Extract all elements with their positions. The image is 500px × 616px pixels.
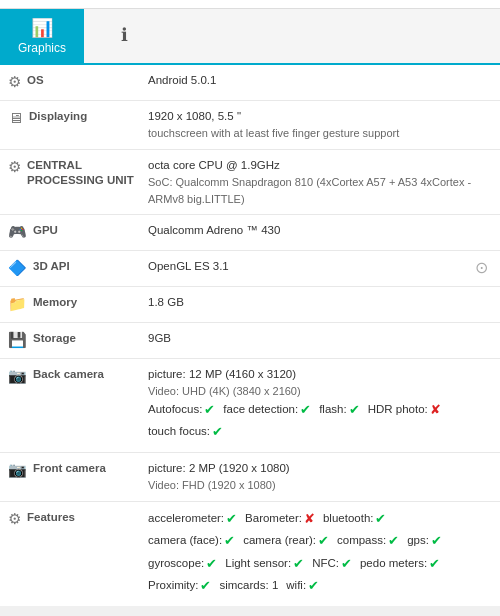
check-icon: ✔ bbox=[224, 531, 235, 551]
row-label-backcamera: 📷Back camera bbox=[8, 366, 148, 385]
row-label-cpu: ⚙CENTRAL PROCESSING UNIT bbox=[8, 157, 148, 188]
check-icon: ✔ bbox=[300, 400, 311, 420]
row-cpu: ⚙CENTRAL PROCESSING UNITocta core CPU @ … bbox=[0, 150, 500, 215]
feature-item: gyroscope: ✔ bbox=[148, 554, 217, 574]
row-label-text-frontcamera: Front camera bbox=[33, 461, 106, 476]
row-backcamera: 📷Back camerapicture: 12 MP (4160 x 3120)… bbox=[0, 359, 500, 453]
row-label-text-storage: Storage bbox=[33, 331, 76, 346]
row-icon-cpu: ⚙ bbox=[8, 158, 21, 176]
feature-item: pedo meters: ✔ bbox=[360, 554, 440, 574]
row-main-value: Android 5.0.1 bbox=[148, 74, 216, 86]
check-icon: ✔ bbox=[349, 400, 360, 420]
row-extra: Video: UHD (4K) (3840 x 2160) bbox=[148, 383, 492, 400]
row-icon-memory: 📁 bbox=[8, 295, 27, 313]
check-icon: ✔ bbox=[293, 554, 304, 574]
feature-item: touch focus: ✔ bbox=[148, 422, 223, 442]
content: ⚙OSAndroid 5.0.1🖥Displaying1920 x 1080, … bbox=[0, 65, 500, 606]
row-label-3dapi: 🔷3D API bbox=[8, 258, 148, 277]
row-frontcamera: 📷Front camerapicture: 2 MP (1920 x 1080)… bbox=[0, 453, 500, 502]
feature-item: camera (face): ✔ bbox=[148, 531, 235, 551]
row-icon-3dapi: 🔷 bbox=[8, 259, 27, 277]
expand-arrow-icon[interactable]: ⊙ bbox=[470, 258, 492, 277]
tab-graphics-label: Graphics bbox=[18, 41, 66, 55]
row-label-storage: 💾Storage bbox=[8, 330, 148, 349]
row-icon-gpu: 🎮 bbox=[8, 223, 27, 241]
row-main-value: octa core CPU @ 1.9GHz bbox=[148, 159, 280, 171]
row-label-text-backcamera: Back camera bbox=[33, 367, 104, 382]
feature-item: gps: ✔ bbox=[407, 531, 442, 551]
row-icon-backcamera: 📷 bbox=[8, 367, 27, 385]
row-value-frontcamera: picture: 2 MP (1920 x 1080)Video: FHD (1… bbox=[148, 460, 492, 494]
row-main-value: OpenGL ES 3.1 bbox=[148, 260, 229, 272]
row-icon-os: ⚙ bbox=[8, 73, 21, 91]
check-icon: ✔ bbox=[388, 531, 399, 551]
row-memory: 📁Memory1.8 GB bbox=[0, 287, 500, 323]
row-value-3dapi: OpenGL ES 3.1 bbox=[148, 258, 470, 275]
feature-item: accelerometer: ✔ bbox=[148, 509, 237, 529]
feature-item: flash: ✔ bbox=[319, 400, 360, 420]
check-icon: ✔ bbox=[431, 531, 442, 551]
feature-item: NFC: ✔ bbox=[312, 554, 352, 574]
row-icon-frontcamera: 📷 bbox=[8, 461, 27, 479]
check-icon: ✔ bbox=[206, 554, 217, 574]
row-label-text-3dapi: 3D API bbox=[33, 259, 70, 274]
row-label-displaying: 🖥Displaying bbox=[8, 108, 148, 126]
tab-graphics[interactable]: 📊 Graphics bbox=[0, 9, 84, 63]
cross-icon: ✘ bbox=[304, 509, 315, 529]
feature-line: Proximity: ✔simcards: 1 wifi: ✔ bbox=[148, 576, 492, 596]
row-value-gpu: Qualcomm Adreno ™ 430 bbox=[148, 222, 492, 239]
feature-item: simcards: 1 bbox=[219, 576, 278, 596]
row-main-value: Qualcomm Adreno ™ 430 bbox=[148, 224, 280, 236]
row-label-text-os: OS bbox=[27, 73, 44, 88]
row-os: ⚙OSAndroid 5.0.1 bbox=[0, 65, 500, 101]
row-extra: Video: FHD (1920 x 1080) bbox=[148, 477, 492, 494]
feature-item: wifi: ✔ bbox=[286, 576, 319, 596]
row-value-backcamera: picture: 12 MP (4160 x 3120)Video: UHD (… bbox=[148, 366, 492, 445]
check-icon: ✔ bbox=[212, 422, 223, 442]
row-gpu: 🎮GPUQualcomm Adreno ™ 430 bbox=[0, 215, 500, 251]
feature-line: accelerometer: ✔Barometer: ✘bluetooth: ✔ bbox=[148, 509, 492, 529]
row-main-value: picture: 12 MP (4160 x 3120) bbox=[148, 368, 296, 380]
row-label-text-cpu: CENTRAL PROCESSING UNIT bbox=[27, 158, 148, 188]
row-value-cpu: octa core CPU @ 1.9GHzSoC: Qualcomm Snap… bbox=[148, 157, 492, 207]
feature-item: bluetooth: ✔ bbox=[323, 509, 387, 529]
check-icon: ✔ bbox=[318, 531, 329, 551]
check-icon: ✔ bbox=[204, 400, 215, 420]
row-value-storage: 9GB bbox=[148, 330, 492, 347]
check-icon: ✔ bbox=[375, 509, 386, 529]
row-extra: SoC: Qualcomm Snapdragon 810 (4xCortex A… bbox=[148, 174, 492, 207]
row-storage: 💾Storage9GB bbox=[0, 323, 500, 359]
feature-item: Autofocus: ✔ bbox=[148, 400, 215, 420]
row-main-value: 9GB bbox=[148, 332, 171, 344]
row-label-text-displaying: Displaying bbox=[29, 109, 87, 124]
row-value-displaying: 1920 x 1080, 5.5 "touchscreen with at le… bbox=[148, 108, 492, 142]
check-icon: ✔ bbox=[226, 509, 237, 529]
tab-info[interactable]: ℹ bbox=[84, 9, 164, 63]
row-features: ⚙Featuresaccelerometer: ✔Barometer: ✘blu… bbox=[0, 502, 500, 606]
check-icon: ✔ bbox=[429, 554, 440, 574]
feature-item: Barometer: ✘ bbox=[245, 509, 315, 529]
feature-item: face detection: ✔ bbox=[223, 400, 311, 420]
row-icon-storage: 💾 bbox=[8, 331, 27, 349]
row-value-os: Android 5.0.1 bbox=[148, 72, 492, 89]
feature-item: camera (rear): ✔ bbox=[243, 531, 329, 551]
row-label-text-gpu: GPU bbox=[33, 223, 58, 238]
feature-line: camera (face): ✔camera (rear): ✔compass:… bbox=[148, 531, 492, 551]
row-main-value: 1920 x 1080, 5.5 " bbox=[148, 110, 241, 122]
row-main-value: picture: 2 MP (1920 x 1080) bbox=[148, 462, 290, 474]
row-value-features: accelerometer: ✔Barometer: ✘bluetooth: ✔… bbox=[148, 509, 492, 599]
tabs: 📊 Graphics ℹ bbox=[0, 9, 500, 65]
top-bar bbox=[0, 0, 500, 9]
row-label-text-memory: Memory bbox=[33, 295, 77, 310]
feature-line: gyroscope: ✔Light sensor: ✔NFC: ✔pedo me… bbox=[148, 554, 492, 574]
feature-item: Light sensor: ✔ bbox=[225, 554, 304, 574]
feature-line: touch focus: ✔ bbox=[148, 422, 492, 442]
row-value-memory: 1.8 GB bbox=[148, 294, 492, 311]
row-label-gpu: 🎮GPU bbox=[8, 222, 148, 241]
check-icon: ✔ bbox=[200, 576, 211, 596]
row-label-features: ⚙Features bbox=[8, 509, 148, 528]
row-label-frontcamera: 📷Front camera bbox=[8, 460, 148, 479]
cross-icon: ✘ bbox=[430, 400, 441, 420]
tab-info-icon: ℹ bbox=[121, 24, 128, 46]
row-label-text-features: Features bbox=[27, 510, 75, 525]
